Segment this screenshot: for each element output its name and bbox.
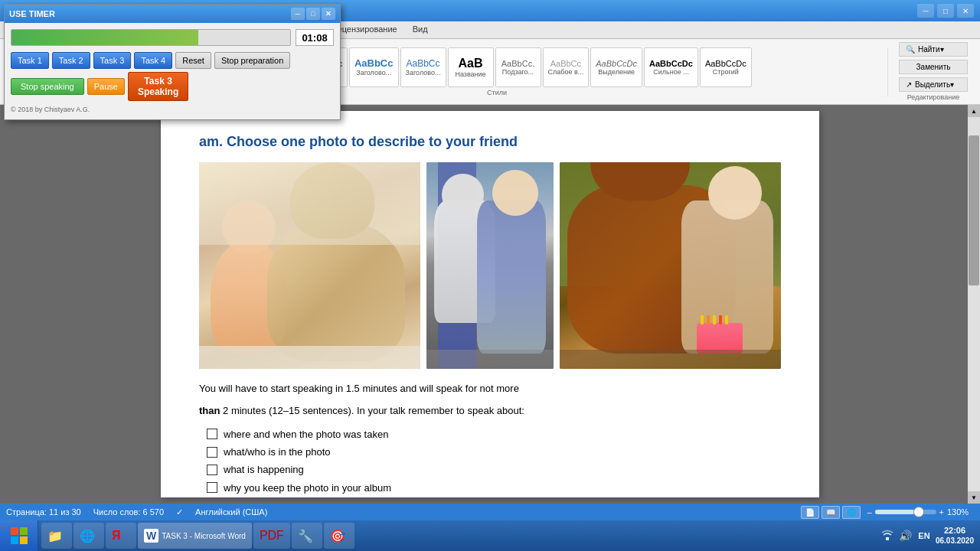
timer-maximize-button[interactable]: □: [306, 8, 320, 20]
select-button[interactable]: ↗ Выделить▾: [899, 77, 968, 92]
close-button[interactable]: ✕: [957, 4, 974, 18]
zoom-plus[interactable]: +: [939, 507, 944, 517]
style-strict[interactable]: AaBbCcDc Строгий: [700, 47, 752, 87]
edit-buttons: 🔍 Найти▾ Заменить ↗ Выделить▾: [899, 42, 968, 92]
task1-button[interactable]: Task 1: [11, 52, 49, 69]
taskbar-items: 📁 🌐 Я W TASK 3 - Microsoft Word PDF 🔧 🎯: [38, 520, 874, 551]
taskbar-item-yandex[interactable]: Я: [106, 523, 136, 549]
taskbar-item-word[interactable]: W TASK 3 - Microsoft Word: [138, 523, 252, 549]
word-count: Число слов: 6 570: [93, 507, 164, 517]
timer-progress-fill: [11, 30, 198, 45]
style-heading1-label: Заголово...: [354, 69, 394, 77]
reading-button[interactable]: 📖: [822, 506, 840, 519]
minimize-button[interactable]: ─: [917, 4, 934, 18]
explorer-icon: 📁: [47, 529, 63, 543]
web-layout-button[interactable]: 🌐: [842, 506, 861, 519]
svg-rect-2: [11, 536, 18, 544]
photo1-inner: [199, 162, 420, 369]
network-tray-icon[interactable]: [880, 529, 894, 543]
status-right: 📄 📖 🌐 – + 130%: [801, 506, 974, 519]
style-heading1[interactable]: AaBbCc Заголово...: [349, 47, 399, 87]
app1-icon: 🔧: [298, 529, 313, 543]
style-emphasis-label: Выделение: [596, 68, 637, 76]
replace-button[interactable]: Заменить: [899, 60, 968, 74]
start-button[interactable]: [0, 520, 38, 551]
taskbar-item-browser[interactable]: 🌐: [74, 523, 104, 549]
system-tray: 🔊 EN 22:06 06.03.2020: [874, 526, 980, 545]
zoom-handle[interactable]: [913, 507, 924, 517]
bed-surface: [199, 346, 420, 369]
child-head: [492, 170, 538, 216]
document-area[interactable]: am. Choose one photo to describe to your…: [0, 105, 980, 504]
find-button[interactable]: 🔍 Найти▾: [899, 42, 968, 57]
style-strong[interactable]: AaBbCcDc Сильное ...: [644, 47, 698, 87]
style-subtle[interactable]: AaBbCc Слабое в...: [543, 47, 590, 87]
task2-button[interactable]: Task 2: [52, 52, 90, 69]
tab-view[interactable]: Вид: [405, 21, 436, 38]
style-heading2[interactable]: AaBbCc Заголово...: [400, 47, 446, 87]
child-body: [477, 201, 546, 354]
language-indicator[interactable]: Английский (США): [195, 507, 267, 517]
timer-window: USE TIMER ─ □ ✕ 01:08 Task 1 Task 2 Task…: [4, 4, 341, 120]
spell-check-symbol: ✓: [176, 507, 183, 517]
scroll-up-button[interactable]: ▲: [968, 105, 980, 117]
word-icon: W: [144, 529, 158, 543]
taskbar-item-explorer[interactable]: 📁: [41, 523, 72, 549]
style-subtitle[interactable]: AaBbCc. Подзаго...: [495, 47, 541, 87]
language-tray[interactable]: EN: [917, 529, 931, 543]
bold-than: than: [199, 405, 220, 416]
stop-preparation-button[interactable]: Stop preparation: [214, 52, 290, 69]
taskbar-item-pdf[interactable]: PDF: [253, 523, 290, 549]
checklist: where and when the photo was taken what/…: [207, 425, 781, 497]
zoom-level: 130%: [947, 507, 974, 517]
task3-button[interactable]: Task 3: [93, 52, 132, 69]
svg-rect-3: [20, 536, 28, 544]
taskbar: 📁 🌐 Я W TASK 3 - Microsoft Word PDF 🔧 🎯: [0, 520, 980, 551]
maximize-button[interactable]: □: [937, 4, 954, 18]
timer-minimize-button[interactable]: ─: [291, 8, 305, 20]
document-scrollbar[interactable]: ▲ ▼: [968, 105, 980, 504]
style-emphasis-preview: AaBbCcDc: [596, 59, 637, 68]
style-title[interactable]: AaB Название: [448, 47, 494, 87]
style-strict-label: Строгий: [705, 68, 746, 76]
zoom-slider[interactable]: – + 130%: [867, 507, 974, 517]
cat-head: [442, 174, 484, 216]
spell-check-icon[interactable]: ✓: [176, 507, 183, 517]
print-layout-button[interactable]: 📄: [801, 506, 819, 519]
taskbar-item-app2[interactable]: 🎯: [324, 523, 354, 549]
checkbox-4: [207, 482, 217, 493]
scrollbar-track[interactable]: [968, 117, 980, 491]
windows-logo-icon: [10, 527, 28, 545]
zoom-track[interactable]: [875, 510, 936, 514]
reset-button[interactable]: Reset: [175, 52, 211, 69]
taskbar-item-app1[interactable]: 🔧: [292, 523, 322, 549]
scroll-down-button[interactable]: ▼: [968, 491, 980, 504]
word-count-label: Число слов: 6 570: [93, 507, 164, 517]
taskbar-word-label: TASK 3 - Microsoft Word: [162, 532, 246, 540]
pause-button[interactable]: Pause: [87, 78, 125, 95]
task4-button[interactable]: Task 4: [134, 52, 172, 69]
photo3-inner: [560, 162, 781, 369]
zoom-minus[interactable]: –: [867, 507, 871, 517]
word-window-controls: ─ □ ✕: [917, 4, 974, 18]
timer-close-button[interactable]: ✕: [322, 8, 335, 20]
style-subtitle-label: Подзаго...: [501, 68, 536, 76]
task3-speaking-button[interactable]: Task 3Speaking: [128, 72, 188, 101]
timer-title: USE TIMER: [9, 9, 55, 18]
svg-rect-0: [11, 527, 18, 535]
body-text-line1: You will have to start speaking in 1.5 m…: [199, 381, 781, 397]
birthday-cake: [697, 323, 743, 354]
checkbox-1: [207, 429, 217, 439]
document-page: am. Choose one photo to describe to your…: [161, 111, 819, 497]
stop-speaking-button[interactable]: Stop speaking: [11, 78, 84, 95]
body-text-content2: 2 minutes (12–15 sentences). In your tal…: [220, 405, 524, 416]
volume-tray-icon[interactable]: 🔊: [899, 529, 913, 543]
yandex-icon: Я: [112, 529, 121, 543]
checklist-label-1: where and when the photo was taken: [224, 425, 388, 443]
floor-photo3: [560, 350, 781, 369]
scrollbar-thumb[interactable]: [969, 135, 979, 285]
checklist-label-4: why you keep the photo in your album: [224, 479, 391, 497]
photo2: [426, 162, 553, 369]
style-emphasis[interactable]: AaBbCcDc Выделение: [590, 47, 642, 87]
man-head: [708, 166, 762, 220]
